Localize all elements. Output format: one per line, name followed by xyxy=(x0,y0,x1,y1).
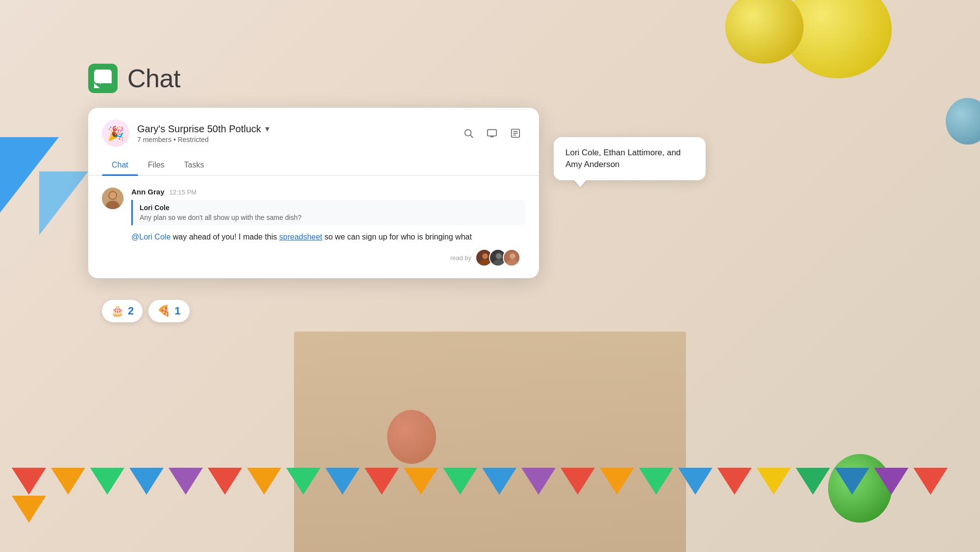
svg-point-1 xyxy=(465,130,471,136)
tooltip-bubble: Lori Cole, Ethan Lattimore, and Amy Ande… xyxy=(554,137,706,180)
chat-card: 🎉 Gary's Surprise 50th Potluck ▾ 7 membe… xyxy=(88,108,539,278)
card-actions xyxy=(459,123,525,143)
spreadsheet-link[interactable]: spreadsheet xyxy=(279,233,322,241)
quoted-text: Any plan so we don't all show up with th… xyxy=(140,214,518,221)
search-button[interactable] xyxy=(459,123,478,143)
message-text-part-2: so we can sign up for who is bringing wh… xyxy=(324,233,472,241)
quoted-author: Lori Cole xyxy=(140,204,518,212)
message-area: Ann Gray 12:15 PM Lori Cole Any plan so … xyxy=(88,176,539,278)
reactions-bar: 🎂 2 🍕 1 xyxy=(102,300,190,322)
read-receipts: read by xyxy=(131,249,525,266)
pizza-emoji: 🍕 xyxy=(157,305,171,317)
svg-point-25 xyxy=(510,254,515,259)
search-icon xyxy=(463,128,474,139)
read-avatar-3 xyxy=(503,249,520,266)
message-text-part-1: way ahead of you! I made this xyxy=(173,233,279,241)
card-header: 🎉 Gary's Surprise 50th Potluck ▾ 7 membe… xyxy=(88,108,539,147)
card-tabs: Chat Files Tasks xyxy=(88,155,539,176)
reaction-cake[interactable]: 🎂 2 xyxy=(102,300,143,322)
mention-lori-cole[interactable]: @Lori Cole xyxy=(131,233,171,241)
main-content: Chat 🎉 Gary's Surprise 50th Potluck ▾ 7 … xyxy=(0,0,980,552)
message-text: @Lori Cole way ahead of you! I made this… xyxy=(131,231,525,243)
group-dropdown-icon[interactable]: ▾ xyxy=(265,123,270,134)
tab-tasks[interactable]: Tasks xyxy=(174,155,214,175)
read-by-label: read by xyxy=(450,254,471,262)
member-count: 7 members xyxy=(137,136,172,144)
app-title: Chat xyxy=(127,64,180,93)
group-meta: 7 members • Restricted xyxy=(137,136,451,144)
notes-icon xyxy=(510,128,521,139)
message-row: Ann Gray 12:15 PM Lori Cole Any plan so … xyxy=(102,188,525,266)
quoted-message: Lori Cole Any plan so we don't all show … xyxy=(131,200,525,225)
screen-icon xyxy=(487,128,497,139)
ann-gray-avatar xyxy=(102,188,123,209)
cake-emoji: 🎂 xyxy=(111,305,124,317)
tab-files[interactable]: Files xyxy=(138,155,174,175)
svg-rect-3 xyxy=(488,130,496,136)
meta-separator: • xyxy=(173,136,178,144)
svg-point-13 xyxy=(109,192,116,199)
message-time: 12:15 PM xyxy=(170,189,197,196)
read-avatars xyxy=(475,249,520,266)
reaction-pizza[interactable]: 🍕 1 xyxy=(148,300,189,322)
screen-share-button[interactable] xyxy=(482,123,502,143)
tooltip-text: Lori Cole, Ethan Lattimore, and Amy Ande… xyxy=(565,148,681,169)
svg-rect-0 xyxy=(93,69,113,88)
message-content: Ann Gray 12:15 PM Lori Cole Any plan so … xyxy=(131,188,525,266)
pizza-count: 1 xyxy=(174,305,180,317)
tab-chat[interactable]: Chat xyxy=(102,155,138,175)
chat-logo-svg xyxy=(93,69,113,88)
group-name-text: Gary's Surprise 50th Potluck xyxy=(137,123,261,135)
cake-count: 2 xyxy=(128,305,134,317)
notes-button[interactable] xyxy=(506,123,525,143)
svg-point-21 xyxy=(496,254,502,259)
message-author: Ann Gray xyxy=(131,188,165,196)
svg-point-17 xyxy=(483,254,488,259)
restriction-label: Restricted xyxy=(178,136,209,144)
app-header: Chat xyxy=(88,64,180,93)
message-header: Ann Gray 12:15 PM xyxy=(131,188,525,196)
chat-logo xyxy=(88,64,118,93)
group-info: Gary's Surprise 50th Potluck ▾ 7 members… xyxy=(137,123,451,144)
svg-line-2 xyxy=(470,135,473,138)
group-avatar: 🎉 xyxy=(102,120,129,147)
group-name-row: Gary's Surprise 50th Potluck ▾ xyxy=(137,123,451,135)
